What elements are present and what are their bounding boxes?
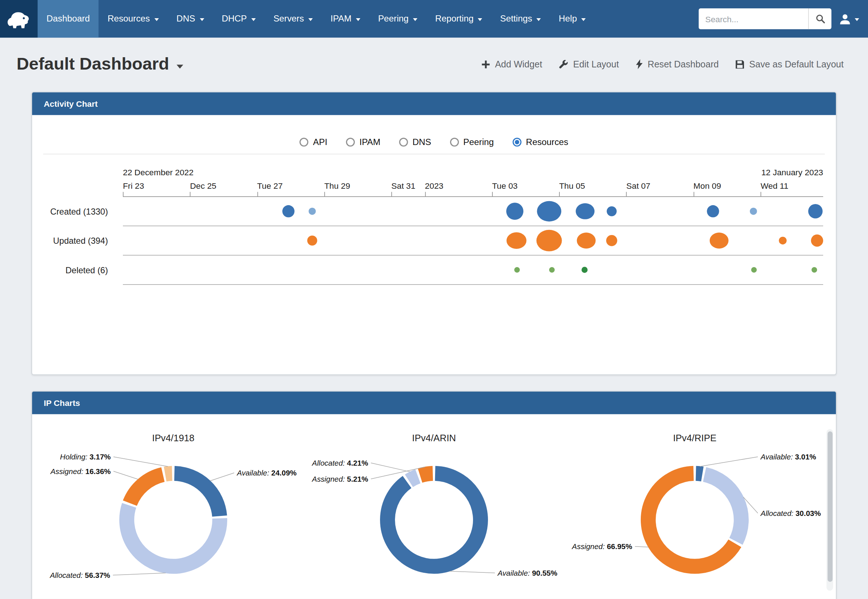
donut-segment-label: Allocated: 56.37%: [49, 571, 110, 579]
dashboard-selector-caret[interactable]: [177, 65, 183, 69]
axis-tick-label: Mon 09: [693, 181, 721, 190]
nav-item-help[interactable]: Help: [550, 0, 595, 38]
navbar-right: [699, 0, 868, 38]
axis-tick-label: Dec 25: [190, 181, 216, 190]
activity-bubble[interactable]: [507, 203, 524, 220]
wrench-icon: [559, 59, 569, 69]
add-widget-button[interactable]: Add Widget: [481, 59, 542, 69]
activity-bubble[interactable]: [282, 205, 294, 217]
timeline-row: Updated (394): [32, 226, 836, 256]
save-default-layout-button[interactable]: Save as Default Layout: [735, 59, 844, 69]
nav-item-dashboard[interactable]: Dashboard: [38, 0, 98, 38]
user-menu[interactable]: [839, 12, 859, 25]
activity-bubble[interactable]: [536, 230, 562, 251]
activity-bubble[interactable]: [514, 267, 520, 272]
donut-segment-allocated[interactable]: [127, 506, 220, 566]
donut-segment-allocated[interactable]: [409, 476, 418, 480]
nav-item-ipam[interactable]: IPAM: [322, 0, 369, 38]
nav-item-peering[interactable]: Peering: [369, 0, 426, 38]
timeline-row-label: Updated (394): [32, 226, 123, 256]
filter-api[interactable]: API: [300, 137, 328, 147]
brand-logo[interactable]: [0, 0, 38, 38]
donut-chart-ipv4-arin: IPv4/ARINAvailable: 90.55%Allocated: 4.2…: [304, 429, 564, 599]
nav-item-dns[interactable]: DNS: [168, 0, 213, 38]
chevron-down-icon: [478, 18, 483, 21]
search-group: [699, 8, 832, 30]
nav-item-dhcp[interactable]: DHCP: [213, 0, 265, 38]
chevron-down-icon: [855, 18, 859, 21]
activity-bubble[interactable]: [549, 267, 555, 272]
filter-ipam[interactable]: IPAM: [346, 137, 380, 147]
search-input[interactable]: [699, 8, 809, 30]
nav-item-label: DNS: [177, 14, 195, 24]
axis-tick-mark: [559, 192, 560, 196]
donut-segment-label: Allocated: 4.21%: [311, 459, 368, 467]
label-leader-line: [113, 471, 138, 479]
top-navbar: DashboardResourcesDNSDHCPServersIPAMPeer…: [0, 0, 868, 38]
radio-icon: [300, 138, 308, 146]
activity-bubble[interactable]: [811, 235, 823, 247]
activity-chart-body: APIIPAMDNSPeeringResources 22 December 2…: [32, 115, 836, 375]
elephant-logo-icon: [6, 7, 32, 31]
filter-peering[interactable]: Peering: [450, 137, 494, 147]
activity-bubble[interactable]: [606, 235, 617, 246]
series-filter-row: APIIPAMDNSPeeringResources: [32, 115, 836, 147]
timeline-row: Deleted (6): [32, 256, 836, 284]
activity-bubble[interactable]: [779, 237, 786, 244]
chevron-down-icon: [154, 18, 159, 21]
chevron-down-icon: [308, 18, 312, 21]
donut-segment-label: Available: 90.55%: [497, 569, 558, 577]
reset-dashboard-button[interactable]: Reset Dashboard: [635, 59, 719, 69]
activity-bubble[interactable]: [811, 267, 817, 272]
donut-segment-label: Assigned: 5.21%: [311, 475, 368, 483]
donut-segment-available[interactable]: [388, 473, 481, 566]
scrollbar-thumb[interactable]: [827, 431, 832, 582]
nav-item-servers[interactable]: Servers: [264, 0, 322, 38]
activity-chart-panel: Activity Chart APIIPAMDNSPeeringResource…: [32, 92, 836, 375]
label-leader-line: [210, 473, 234, 481]
nav-item-label: Peering: [378, 14, 409, 24]
donut-segment-label: Holding: 3.17%: [60, 453, 111, 461]
nav-item-resources[interactable]: Resources: [99, 0, 168, 38]
nav-item-label: Dashboard: [46, 14, 90, 24]
nav-item-settings[interactable]: Settings: [491, 0, 550, 38]
activity-bubble[interactable]: [575, 203, 595, 219]
timeline-row: Created (1330): [32, 197, 836, 226]
axis-tick-label: Wed 11: [761, 181, 788, 190]
activity-timeline: 22 December 2022 12 January 2023 Fri 23D…: [32, 168, 836, 285]
donut-segment-allocated[interactable]: [705, 474, 741, 542]
activity-bubble[interactable]: [707, 205, 719, 217]
axis-tick-mark: [761, 192, 761, 196]
activity-bubble[interactable]: [751, 267, 756, 272]
main-menu: DashboardResourcesDNSDHCPServersIPAMPeer…: [38, 0, 595, 38]
axis-tick-mark: [190, 192, 191, 196]
filter-resources[interactable]: Resources: [513, 137, 569, 147]
donut-segment-assigned[interactable]: [420, 473, 433, 476]
edit-layout-button[interactable]: Edit Layout: [559, 59, 619, 69]
activity-bubble[interactable]: [581, 267, 587, 273]
donut-segment-assigned[interactable]: [130, 474, 163, 503]
donut-segment-label: Assigned: 66.95%: [571, 542, 632, 551]
donut-svg: Available: 24.09%Allocated: 56.37%Assign…: [43, 429, 303, 599]
ip-panel-scrollbar[interactable]: [826, 429, 833, 591]
activity-bubble[interactable]: [308, 208, 316, 215]
ip-charts-panel-header: IP Charts: [32, 392, 836, 414]
timeline-row-plot: [123, 256, 823, 284]
activity-bubble[interactable]: [709, 232, 728, 248]
filter-label: Resources: [526, 137, 568, 147]
activity-bubble[interactable]: [507, 232, 527, 249]
activity-bubble[interactable]: [808, 204, 823, 218]
nav-item-reporting[interactable]: Reporting: [426, 0, 491, 38]
activity-bubble[interactable]: [749, 208, 757, 215]
donut-segment-holding[interactable]: [165, 473, 172, 474]
radio-icon: [399, 138, 408, 146]
search-button[interactable]: [808, 8, 832, 30]
nav-item-label: DHCP: [222, 14, 247, 24]
filter-dns[interactable]: DNS: [399, 137, 432, 147]
nav-item-label: Servers: [273, 14, 304, 24]
activity-bubble[interactable]: [577, 232, 596, 248]
activity-bubble[interactable]: [607, 206, 617, 216]
donut-segment-available[interactable]: [696, 473, 702, 474]
activity-bubble[interactable]: [307, 236, 317, 245]
activity-bubble[interactable]: [537, 201, 562, 221]
